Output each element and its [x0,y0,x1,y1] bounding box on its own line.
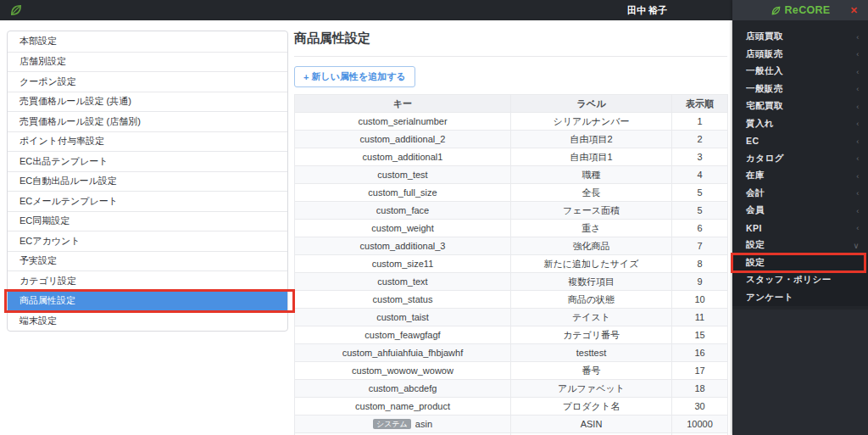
table-row[interactable]: custom_additional_2 自由項目2 2 [295,131,728,148]
attr-order-cell: 8 [672,255,728,273]
attr-order-cell: 4 [672,166,728,184]
sidebar-item[interactable]: 一般販売 ‹ [732,81,868,98]
settings-nav-item[interactable]: クーポン設定 [8,71,287,92]
settings-nav-item[interactable]: 売買価格ルール設定 (共通) [8,92,287,112]
add-attribute-button[interactable]: + 新しい属性を追加する [294,66,415,87]
sidebar-item[interactable]: 在庫 ‹ [732,167,868,185]
attr-label-cell: 複数行項目 [511,273,672,291]
attr-key: custom_taist [376,312,429,322]
table-row[interactable]: custom_additional1 自由項目1 3 [295,148,728,166]
sidebar-item-label: 宅配買取 [746,100,783,112]
table-row[interactable]: custom_ahfuiahfuia_fhbjawhf testtest 16 [295,344,728,362]
table-row[interactable]: custom_wowow_wowow 番号 17 [295,362,728,380]
attr-order-cell: 10 [672,291,728,309]
chevron-icon: ‹ [856,84,860,93]
close-icon[interactable]: ✕ [850,0,858,20]
settings-nav-item[interactable]: 予実設定 [8,251,287,271]
attr-key-cell: custom_text [295,273,511,291]
attr-key-cell: custom_abcdefg [295,380,511,398]
table-row[interactable]: custom_taist テイスト 11 [295,309,728,326]
settings-nav-item[interactable]: EC自動出品ルール設定 [8,171,287,192]
table-row[interactable]: custom_full_size 全長 5 [295,184,728,202]
attr-key-cell: custom_taist [295,309,511,326]
sidebar-item[interactable]: 質入れ ‹ [732,115,868,133]
sidebar-item[interactable]: 会員 ‹ [732,202,868,220]
settings-nav-item[interactable]: 商品属性設定 [8,291,287,311]
sidebar-item[interactable]: 店頭販売 ‹ [732,46,868,64]
settings-nav-item[interactable]: ECメールテンプレート [8,191,287,211]
settings-nav-item[interactable]: カテゴリ設定 [8,270,287,291]
sidebar-item[interactable]: 店頭買取 ‹ [732,28,868,46]
attr-order-cell: 5 [672,202,728,220]
attr-order-cell: 9 [672,273,728,291]
chevron-icon: ∨ [854,241,860,250]
attr-order-cell: 3 [672,148,728,166]
settings-nav-item-label: 端末設定 [19,315,57,327]
settings-nav-item[interactable]: EC出品テンプレート [8,151,287,171]
table-row[interactable]: custom_serialnumber シリアルナンバー 1 [295,113,728,131]
sidebar-item[interactable]: 一般仕入 ‹ [732,63,868,81]
settings-nav-item-label: ポイント付与率設定 [19,135,104,148]
sidebar-item-label: EC [746,136,760,146]
table-row[interactable]: custom_weight 重さ 6 [295,220,728,237]
attr-order-cell: 15 [672,326,728,344]
settings-nav-item[interactable]: 端末設定 [8,310,287,331]
attr-label-cell: シリアルナンバー [511,113,672,131]
settings-nav-item[interactable]: ポイント付与率設定 [8,131,287,152]
table-row[interactable]: custom_status 商品の状態 10 [295,291,728,309]
attr-key-cell: custom_wowow_wowow [295,362,511,380]
sidebar-item[interactable]: アンケート [732,289,868,307]
attr-key: custom_full_size [368,187,437,198]
attr-order-cell: 30 [672,398,728,415]
table-row[interactable]: custom_additional_3 強化商品 7 [295,237,728,255]
table-row[interactable]: custom_test 職種 4 [295,166,728,184]
settings-nav-item-label: クーポン設定 [19,75,76,88]
table-row[interactable]: custom_face フェース面積 5 [295,202,728,220]
settings-nav-item-label: EC自動出品ルール設定 [19,175,117,187]
settings-nav-item-label: 予実設定 [19,254,57,267]
attr-key-cell: custom_size11 [295,255,511,273]
settings-nav-item[interactable]: EC同期設定 [8,211,287,231]
leaf-logo-icon[interactable] [9,3,23,17]
sidebar-item[interactable]: 宅配買取 ‹ [732,98,868,115]
settings-nav-item[interactable]: ECアカウント [8,231,287,251]
sidebar-item[interactable]: 設定 [732,254,868,272]
table-row[interactable]: custom_abcdefg アルファベット 18 [295,380,728,398]
table-row[interactable]: custom_text 複数行項目 9 [295,273,728,291]
main-content: 商品属性設定 + 新しい属性を追加する キー ラベル 表示順 custom_se… [294,31,727,435]
attr-order-cell: 16 [672,344,728,362]
attr-key: asin [415,419,432,429]
attr-label-cell: カテゴリ番号 [511,326,672,344]
sidebar-item[interactable]: カタログ ‹ [732,150,868,168]
user-menu[interactable]: 田中 裕子 [627,0,667,20]
divider [294,56,727,57]
settings-nav-item-label: 本部設定 [19,35,57,47]
sidebar-item-label: 一般販売 [746,83,783,95]
column-header-order: 表示順 [672,95,728,113]
attr-key-cell: custom_serialnumber [295,113,511,131]
plus-icon: + [303,72,309,82]
chevron-icon: ‹ [856,153,860,163]
attr-key: custom_additional_3 [360,241,446,251]
settings-nav-item-label: 売買価格ルール設定 (共通) [19,95,131,108]
attr-key-cell: custom_ahfuiahfuia_fhbjawhf [295,344,511,362]
attr-key: custom_weight [371,223,433,233]
attr-label-cell: フェース面積 [511,202,672,220]
table-row[interactable]: custom_feawgfagf カテゴリ番号 15 [295,326,728,344]
settings-nav-item-label: ECアカウント [19,235,81,248]
table-row[interactable]: custom_name_product プロダクト名 30 [295,398,728,415]
table-row[interactable]: システムasin ASIN 10000 [295,415,728,433]
sidebar-item[interactable]: 会計 ‹ [732,185,868,203]
sidebar-item[interactable]: KPI ‹ [732,220,868,237]
sidebar-menu: 店頭買取 ‹ 店頭販売 ‹ 一般仕入 ‹ 一般販売 ‹ [732,20,868,310]
sidebar-item[interactable]: 設定 ∨ [732,237,868,254]
attr-label-cell: 自由項目1 [511,148,672,166]
sidebar-item[interactable]: EC ‹ [732,132,868,150]
table-row[interactable]: custom_size11 新たに追加したサイズ 8 [295,255,728,273]
recore-logo: ReCORE [771,4,831,16]
settings-nav-item[interactable]: 本部設定 [8,31,287,52]
settings-nav-item[interactable]: 売買価格ルール設定 (店舗別) [8,111,287,131]
sidebar-item[interactable]: スタッフ・ポリシー [732,271,868,289]
attr-key: custom_test [377,170,427,180]
settings-nav-item[interactable]: 店舗別設定 [8,52,287,72]
